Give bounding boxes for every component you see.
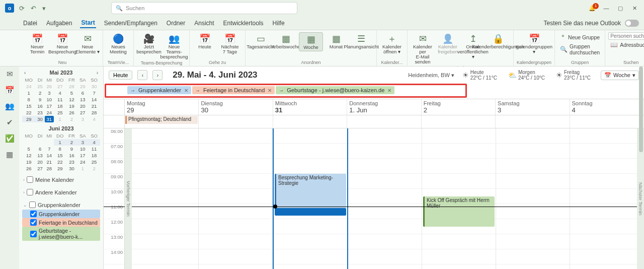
date-cell[interactable]: 14 (88, 96, 100, 103)
section-checkbox[interactable] (27, 176, 33, 183)
qat-dropdown-icon[interactable]: ▾ (42, 5, 46, 12)
menu-senden/empfangen[interactable]: Senden/Empfangen (103, 19, 158, 28)
rail-icon-0[interactable]: ✉ (7, 70, 13, 79)
date-cell[interactable]: 26 (45, 83, 54, 90)
close-button[interactable]: ✕ (631, 5, 638, 12)
date-cell[interactable]: 17 (45, 103, 54, 109)
date-cell[interactable]: 28 (88, 109, 100, 116)
date-cell[interactable]: 31 (45, 116, 54, 122)
ribbon-woche[interactable]: ▦Woche (299, 32, 323, 51)
menu-hilfe[interactable]: Hilfe (272, 19, 286, 28)
date-cell[interactable]: 4 (88, 116, 100, 122)
allday-cell[interactable] (199, 115, 273, 128)
ribbon-neue-teams--besprechung[interactable]: 👥Neue Teams-besprechung (162, 32, 186, 60)
date-cell[interactable]: 8 (54, 146, 66, 152)
date-cell[interactable]: 21 (88, 103, 100, 109)
rail-icon-4[interactable]: ✅ (5, 134, 15, 143)
rail-icon-5[interactable]: ▦ (6, 150, 13, 159)
date-cell[interactable]: 1 (22, 90, 35, 96)
date-cell[interactable]: 6 (77, 90, 88, 96)
calendar-tab[interactable]: →Feiertage in Deutschland✕ (192, 86, 275, 94)
allday-event[interactable]: Pfingstmontag; Deutschland (125, 116, 198, 124)
date-cell[interactable]: 23 (66, 159, 77, 165)
date-cell[interactable]: 11 (54, 96, 66, 103)
calendar-event[interactable]: Besprechung Marketing-Strategie (275, 174, 346, 208)
date-cell[interactable]: 27 (77, 109, 88, 116)
date-cell[interactable]: 2 (88, 165, 100, 172)
date-cell[interactable]: 19 (22, 159, 35, 165)
date-cell[interactable]: 10 (45, 96, 54, 103)
ribbon-planungsansicht[interactable]: ☰Planungsansicht (349, 32, 373, 51)
day-header[interactable]: Freitag2 (422, 99, 496, 115)
date-cell[interactable]: 28 (45, 165, 54, 172)
calendar-event[interactable] (275, 208, 346, 216)
calendar-tab[interactable]: →Geburtstage - j.wiese@buero-kaizen.de✕ (276, 86, 394, 94)
date-cell[interactable]: 1 (54, 116, 66, 122)
sync-icon[interactable]: ⟳ (19, 5, 25, 12)
date-cell[interactable]: 9 (66, 146, 77, 152)
date-cell[interactable]: 1 (54, 139, 66, 146)
date-cell[interactable]: 20 (77, 103, 88, 109)
next-month[interactable]: › (97, 70, 98, 76)
date-cell[interactable]: 2 (66, 139, 77, 146)
date-cell[interactable]: 17 (77, 152, 88, 159)
ribbon-neue-elemente-▾[interactable]: ✉NeueElemente ▾ (75, 32, 100, 55)
calendar-item[interactable]: Geburtstage - j.wiese@buero-k... (22, 227, 100, 241)
date-cell[interactable]: 4 (54, 90, 66, 96)
date-cell[interactable]: 12 (22, 152, 35, 159)
date-cell[interactable]: 10 (77, 146, 88, 152)
next-week-button[interactable]: › (152, 70, 163, 80)
menu-ansicht[interactable]: Ansicht (193, 19, 215, 28)
calendar-section-header[interactable]: ⌄ Gruppenkalender (22, 200, 100, 210)
date-cell[interactable]: 18 (88, 152, 100, 159)
minimize-button[interactable]: ― (603, 5, 610, 11)
day-column[interactable] (199, 128, 273, 269)
ribbon-tagesansicht[interactable]: ▭Tagesansicht (249, 32, 273, 51)
date-cell[interactable]: 25 (35, 83, 44, 90)
date-cell[interactable]: 26 (22, 165, 35, 172)
menu-start[interactable]: Start (80, 18, 96, 28)
date-cell[interactable]: 2 (66, 116, 77, 122)
date-cell[interactable]: 27 (54, 83, 66, 90)
rail-icon-1[interactable]: 📅 (5, 86, 15, 95)
day-header[interactable]: Montag29 (125, 99, 199, 115)
calendar-section-header[interactable]: › Meine Kalender (22, 175, 100, 184)
search-input[interactable]: 🔍 Suchen (111, 2, 297, 14)
menu-datei[interactable]: Datei (22, 19, 38, 28)
date-cell[interactable]: 27 (35, 165, 44, 172)
date-cell[interactable] (35, 139, 44, 146)
calendar-tab[interactable]: →Gruppenkalender✕ (127, 86, 191, 94)
date-cell[interactable]: 13 (77, 96, 88, 103)
day-column[interactable]: Besprechung Marketing-Strategie (273, 128, 348, 269)
try-new-outlook-toggle[interactable]: Testen Sie das neue Outlook (543, 19, 644, 28)
date-cell[interactable]: 30 (35, 116, 44, 122)
date-cell[interactable]: 29 (54, 165, 66, 172)
close-tab-icon[interactable]: ✕ (268, 88, 272, 93)
date-cell[interactable]: 11 (88, 146, 100, 152)
calendar-checkbox[interactable] (30, 211, 37, 217)
day-header[interactable]: Samstag3 (496, 99, 570, 115)
calendar-checkbox[interactable] (30, 219, 37, 226)
date-cell[interactable]: 3 (77, 139, 88, 146)
day-column[interactable] (348, 128, 422, 269)
calendar-section-header[interactable]: › Andere Kalender (22, 187, 100, 197)
calendar-item[interactable]: Feiertage in Deutschland (22, 218, 100, 227)
date-cell[interactable]: 23 (35, 109, 44, 116)
date-cell[interactable]: 22 (22, 109, 35, 116)
calendar-event[interactable]: Kick Off Gespräch mit Herrn Müller (423, 196, 495, 227)
ribbon-link-gruppen-durchsuchen[interactable]: 🔍Gruppen durchsuchen (558, 43, 602, 56)
date-cell[interactable]: 25 (54, 109, 66, 116)
date-cell[interactable]: 18 (54, 103, 66, 109)
allday-cell[interactable]: Pfingstmontag; Deutschland (125, 115, 199, 128)
date-cell[interactable]: 8 (22, 96, 35, 103)
allday-cell[interactable] (422, 115, 496, 128)
scrollbar[interactable] (639, 66, 643, 267)
day-column[interactable] (570, 128, 644, 269)
date-cell[interactable]: 29 (22, 116, 35, 122)
date-cell[interactable] (22, 139, 35, 146)
date-cell[interactable]: 21 (45, 159, 54, 165)
close-tab-icon[interactable]: ✕ (184, 88, 188, 93)
ribbon-kalenderberechtigungen[interactable]: 🔒Kalenderberechtigungen (486, 32, 510, 65)
date-cell[interactable]: 24 (22, 83, 35, 90)
section-checkbox[interactable] (27, 189, 33, 195)
